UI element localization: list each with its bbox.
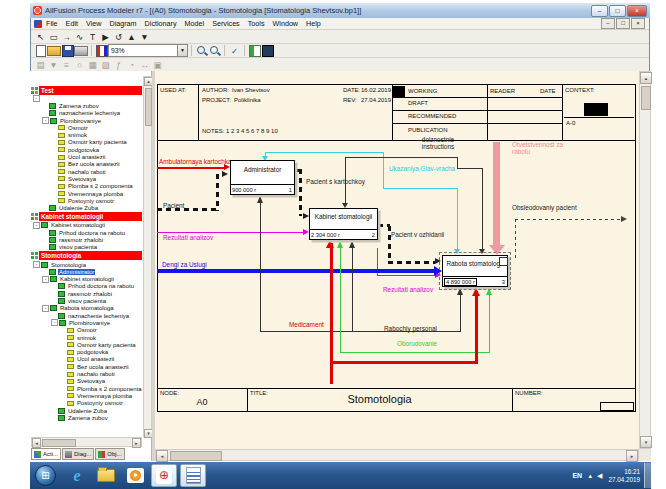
menu-diagram[interactable]: Diagram [109,19,136,28]
model-mart-button[interactable] [261,45,274,57]
tree-section-header[interactable]: Kabinet stomatologii [31,212,142,222]
scrollbar-thumb[interactable] [42,439,76,447]
tree-expander-icon[interactable]: - [42,276,49,283]
tree-item[interactable]: Osmotr [31,124,142,131]
tab-objects[interactable]: Obj... [95,448,124,460]
arrow-segment[interactable] [457,168,482,169]
arrow-segment[interactable] [157,167,224,169]
tree-item[interactable]: podgotovka [31,349,142,356]
tab-diagrams[interactable]: Diag... [62,448,94,460]
child-diagram-indicator[interactable] [499,257,508,266]
tree-item[interactable]: Zamena zubov [31,414,142,421]
tree-item[interactable]: -Plombirovaniye [31,319,142,326]
canvas-horizontal-scrollbar[interactable]: ◄ ► [155,449,639,461]
arrow-label-ukazaniya[interactable]: Ukazaniya Glav-vracha [389,165,455,172]
canvas-vertical-scrollbar[interactable]: ▲ ▼ [639,71,651,449]
arrow-segment[interactable] [460,291,461,332]
arrow-segment[interactable] [388,261,435,264]
taskbar-clock[interactable]: 16:21 27.04.2019 [608,468,640,483]
arrow-segment[interactable] [330,361,478,364]
tree-item[interactable]: nachalo raboti [31,168,142,175]
arrow-segment[interactable] [377,275,435,276]
go-up-tool-icon[interactable]: ▲ [125,31,138,43]
tree-item[interactable]: nachalo raboti [31,370,142,377]
spell-check-button[interactable]: ✓ [228,45,241,57]
minimize-button[interactable]: – [591,5,608,17]
chevron-down-icon[interactable]: ▼ [177,45,187,56]
arrow-segment[interactable] [299,169,302,216]
tree-item[interactable]: -Plombirovaniye [31,117,142,124]
tree-item[interactable]: Administrator [31,268,142,275]
mdi-minimize-button[interactable]: – [601,18,615,29]
tree-item[interactable]: rassmotr zhalobi [31,236,142,243]
arrow-label-dolznostnie[interactable]: dolznostnie instructions [412,136,464,151]
arrow-segment[interactable] [265,152,383,153]
tray-expand-icon[interactable]: ▲ [587,473,593,479]
scroll-down-icon[interactable]: ▼ [640,436,652,448]
pointer-tool-icon[interactable]: ↖ [34,31,47,43]
tree-item[interactable]: Plomba s 2 componenta [31,385,142,392]
tree-item[interactable]: Zamena zubov [31,102,142,109]
scroll-right-icon[interactable]: ► [132,438,141,448]
arrow-label-rezultati-2[interactable]: Rezultati analizov [383,286,433,293]
arrow-segment[interactable] [157,269,434,273]
arrow-label-medicament[interactable]: Medicament [289,321,324,328]
arrow-label-oborudovanie[interactable]: Oborudovanie [397,340,437,347]
menu-window[interactable]: Window [273,19,299,28]
arrow-segment[interactable] [515,219,622,220]
tree-expander-icon[interactable]: - [33,95,40,102]
tree-item[interactable]: Postoyniy osmotr [31,197,142,204]
tree-item[interactable]: snimok [31,334,142,341]
document-app-taskbar-button[interactable] [180,464,206,487]
menu-view[interactable]: View [86,19,101,28]
tree-item[interactable]: podgotovka [31,146,142,153]
report-button[interactable] [95,45,108,57]
arrow-segment[interactable] [515,219,516,258]
tree-item[interactable]: Plomba s 2 componenta [31,183,142,190]
scrollbar-thumb[interactable] [170,451,222,461]
arrow-segment[interactable] [352,243,353,332]
squiggle-tool-icon[interactable]: ∿ [73,31,86,43]
tree-section-header[interactable]: Test [31,85,142,95]
rotate-tool-icon[interactable]: ↺ [112,31,125,43]
tree-item[interactable]: Bez ucola anastezii [31,363,142,370]
internet-explorer-icon[interactable]: e [64,464,90,487]
scroll-left-icon[interactable]: ◄ [32,438,41,448]
menu-edit[interactable]: Edit [66,19,78,28]
mdi-close-button[interactable]: × [631,18,645,29]
bpwin-taskbar-button[interactable]: ⊕ [151,464,177,487]
scrollbar-thumb[interactable] [145,88,152,126]
tree-item[interactable]: Ucol anastezii [31,153,142,160]
new-file-button[interactable] [34,45,47,57]
tree-item[interactable]: -Rabota stomatologa [31,305,142,312]
menu-services[interactable]: Services [212,19,240,28]
tree-item[interactable]: rassmotr zhalobi [31,290,142,297]
activity-box-administrator[interactable]: Administrator 900 000 r 1 [230,160,295,195]
tree-item[interactable]: Prihod doctora na rabotu [31,283,142,290]
start-button[interactable]: ⊞ [35,465,56,486]
tree-item[interactable]: Bez ucola anastezii [31,161,142,168]
arrow-label-dengi[interactable]: Dengi za Uslugi [162,261,207,268]
arrow-segment[interactable] [493,142,500,245]
tree-vertical-scrollbar[interactable]: ▲ ▼ [143,76,152,437]
tree-section-header[interactable]: Stomotologia [31,251,142,261]
tree-item[interactable]: Udalenie Zuba [31,407,142,414]
tree-expander-icon[interactable]: - [51,319,58,326]
tree-item[interactable]: -Stomotologia [31,261,142,268]
close-button[interactable]: × [627,5,647,17]
tree-item[interactable]: Svetovaya [31,175,142,182]
tree-item[interactable]: Osmotr karty pacienta [31,139,142,146]
arrow-label-obsleodovaniy[interactable]: Obsleodovaniy pacient [512,204,577,211]
arrow-segment[interactable] [383,188,458,189]
scrollbar-thumb[interactable] [641,86,651,110]
tree-item[interactable]: Prihod doctora na rabotu [31,229,142,236]
text-tool-icon[interactable]: T [86,31,99,43]
menu-file[interactable]: File [46,19,58,28]
maximize-button[interactable]: □ [609,5,626,17]
tree-item[interactable]: snimok [31,131,142,138]
arrow-segment[interactable] [340,352,490,353]
arrow-segment[interactable] [457,188,458,249]
menu-tools[interactable]: Tools [248,19,265,28]
tree-item[interactable]: -Kabinet stomatologii [31,276,142,283]
explorer-icon[interactable] [93,464,119,487]
